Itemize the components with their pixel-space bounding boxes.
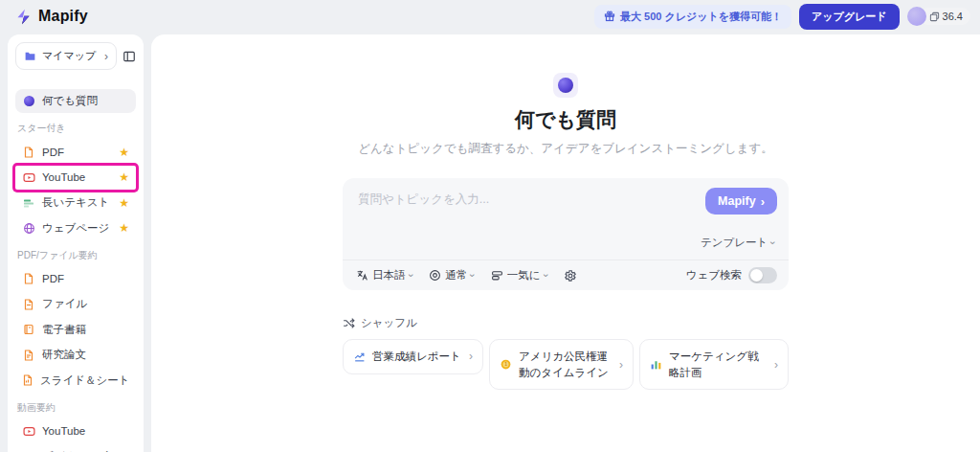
sidebar-item-webpage-starred[interactable]: ウェブページ ★	[15, 216, 136, 240]
slides-sheet-icon	[22, 374, 33, 386]
main-panel: 何でも質問 どんなトピックでも調査するか、アイデアをブレインストーミングします。…	[151, 34, 980, 452]
sidebar-item-research-paper[interactable]: 研究論文	[15, 343, 136, 367]
brand-logo[interactable]: Mapify	[15, 8, 88, 25]
long-text-icon	[22, 197, 35, 209]
promo-badge-label: 最大 500 クレジットを獲得可能！	[620, 10, 782, 24]
promo-credits-badge[interactable]: 最大 500 クレジットを獲得可能！	[594, 5, 791, 29]
chevron-right-icon: ›	[104, 51, 108, 62]
credits-pill: 36.4	[920, 8, 970, 25]
suggestion-label: 営業成績レポート	[372, 349, 462, 365]
style-label: 通常	[445, 268, 467, 282]
pdf-icon	[22, 273, 35, 284]
generation-mode-dropdown[interactable]: 一気に ›	[491, 268, 547, 282]
chevron-down-icon: ›	[468, 274, 479, 278]
pdf-icon	[22, 147, 35, 158]
prompt-input[interactable]	[350, 184, 666, 232]
svg-text:1: 1	[504, 363, 507, 368]
section-label-starred: スター付き	[15, 122, 136, 135]
account-credits[interactable]: 36.4	[907, 7, 970, 26]
orb-icon	[22, 96, 35, 106]
sidebar-item-label: ファイル	[42, 297, 129, 311]
sidebar-item-label: 電子書籍	[42, 323, 129, 337]
webpage-icon	[22, 222, 35, 235]
language-dropdown[interactable]: 日本語 ›	[356, 268, 412, 282]
sidebar-item-pdf[interactable]: PDF	[15, 267, 136, 291]
chevron-right-icon: ›	[761, 195, 765, 208]
gift-icon	[604, 11, 615, 22]
suggestion-card-sales-report[interactable]: 営業成績レポート ›	[343, 339, 483, 374]
suggestion-card-marketing-strategy[interactable]: マーケティング戦略計画 ›	[639, 339, 789, 390]
sidebar-item-label: スライド＆シート	[40, 373, 130, 388]
star-icon[interactable]: ★	[119, 197, 129, 209]
template-label: テンプレート	[701, 236, 768, 250]
mapify-submit-button[interactable]: Mapify ›	[705, 188, 777, 215]
section-label-video-summary: 動画要約	[15, 401, 136, 415]
sidebar-item-label: YouTube	[42, 425, 129, 437]
upgrade-button[interactable]: アップグレード	[799, 4, 900, 30]
sidebar-nav: 何でも質問 スター付き PDF ★ YouTube ★ 長いテキスト ★	[15, 89, 136, 452]
sidebar-item-label: ウェブページ	[42, 221, 112, 236]
layers-icon	[491, 269, 503, 282]
shuffle-button[interactable]: シャッフル	[343, 316, 789, 330]
my-maps-button[interactable]: マイマップ ›	[15, 42, 117, 70]
suggestion-label: アメリカ公民権運動のタイムライン	[519, 349, 612, 380]
style-icon	[429, 269, 441, 282]
star-icon[interactable]: ★	[119, 222, 129, 234]
star-icon[interactable]: ★	[119, 171, 129, 183]
prompt-card: Mapify › テンプレート › 日本語 ›	[343, 178, 789, 290]
sidebar-item-label: 長いテキスト	[42, 195, 112, 210]
sidebar-item-pdf-starred[interactable]: PDF ★	[15, 140, 136, 164]
folder-icon	[24, 50, 36, 62]
chevron-down-icon: ›	[406, 274, 416, 278]
top-bar: Mapify 最大 500 クレジットを獲得可能！ アップグレード 36.4	[0, 0, 980, 33]
sidebar-item-label: PDF	[42, 147, 112, 158]
my-maps-label: マイマップ	[42, 49, 99, 63]
sidebar-item-label: 何でも質問	[42, 94, 129, 108]
style-dropdown[interactable]: 通常 ›	[429, 268, 475, 282]
language-label: 日本語	[372, 268, 406, 282]
page-subtitle: どんなトピックでも調査するか、アイデアをブレインストーミングします。	[343, 141, 789, 157]
credits-value: 36.4	[943, 11, 963, 22]
mapify-submit-label: Mapify	[718, 194, 756, 208]
shuffle-label: シャッフル	[361, 316, 417, 330]
web-search-label: ウェブ検索	[686, 268, 742, 282]
sidebar-item-file[interactable]: ファイル	[15, 292, 136, 316]
youtube-icon	[22, 425, 35, 438]
avatar[interactable]	[907, 7, 926, 26]
sidebar-item-ebook[interactable]: 電子書籍	[15, 318, 136, 342]
generation-mode-label: 一気に	[507, 268, 541, 282]
ask-anything-orb-icon	[553, 73, 578, 98]
chevron-down-icon: ›	[768, 241, 779, 245]
research-paper-icon	[22, 350, 35, 361]
sales-report-icon	[353, 350, 366, 363]
star-icon[interactable]: ★	[119, 147, 129, 158]
chevron-right-icon: ›	[619, 359, 623, 371]
web-search-toggle[interactable]	[748, 267, 777, 283]
sidebar-item-long-text-starred[interactable]: 長いテキスト ★	[15, 191, 136, 215]
sidebar-item-label: YouTube	[42, 171, 112, 183]
timeline-medal-icon: 1	[500, 358, 512, 371]
section-label-pdf-file-summary: PDF/ファイル要約	[15, 249, 136, 262]
youtube-icon	[22, 171, 35, 184]
translate-icon	[356, 269, 368, 282]
chevron-right-icon: ›	[774, 359, 778, 371]
marketing-chart-icon	[650, 358, 662, 371]
suggestion-label: マーケティング戦略計画	[669, 349, 768, 380]
file-icon	[22, 299, 35, 310]
chevron-right-icon: ›	[469, 350, 473, 362]
sidebar-item-slides-sheets[interactable]: スライド＆シート	[15, 369, 136, 393]
shuffle-icon	[343, 317, 355, 329]
template-dropdown[interactable]: テンプレート ›	[701, 236, 775, 250]
page-title: 何でも質問	[343, 106, 789, 133]
sidebar-item-label: PDF	[42, 273, 129, 284]
sidebar-item-youtube-starred[interactable]: YouTube ★	[15, 166, 136, 190]
gear-icon[interactable]	[564, 269, 577, 282]
sidebar-item-youtube[interactable]: YouTube	[15, 419, 136, 443]
suggestion-card-civil-rights-timeline[interactable]: 1 アメリカ公民権運動のタイムライン ›	[489, 339, 634, 390]
sidebar-item-ask-anything[interactable]: 何でも質問	[15, 89, 136, 113]
brand-name: Mapify	[38, 8, 88, 25]
sidebar: マイマップ › 何でも質問 スター付き PDF ★ YouTube	[8, 34, 144, 452]
sidebar-item-video-file[interactable]: ビデオファイル	[15, 444, 136, 452]
chevron-down-icon: ›	[541, 274, 551, 278]
collapse-sidebar-icon[interactable]	[122, 50, 136, 63]
